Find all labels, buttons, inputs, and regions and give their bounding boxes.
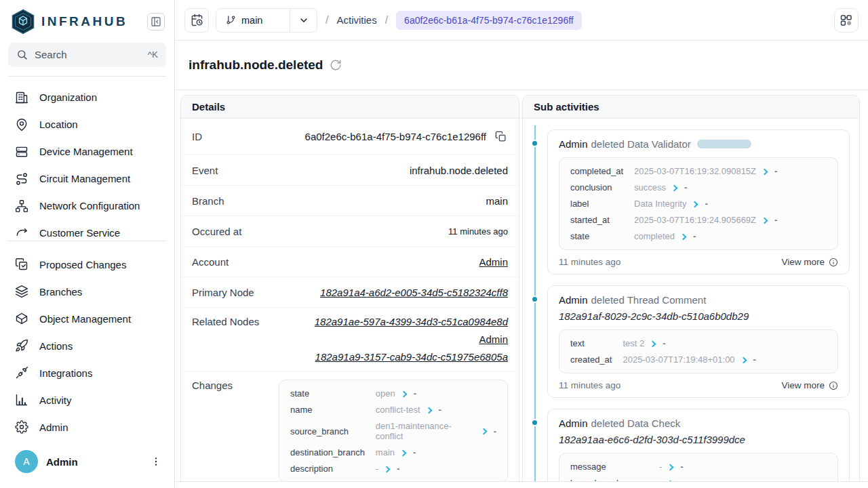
field-value: open- xyxy=(376,388,496,399)
activity-item: Admin deleted Thread Comment 182a91af-80… xyxy=(547,285,850,398)
user-menu-button[interactable] xyxy=(149,454,163,469)
chevron-down-icon xyxy=(298,15,309,26)
sidebar-item-branches[interactable]: Branches xyxy=(0,278,174,305)
activity-action: deleted Thread Comment xyxy=(591,294,707,306)
sub-activities-header: Sub activities xyxy=(523,96,859,119)
sidebar-item-circuit-management[interactable]: Circuit Management xyxy=(0,165,174,192)
breadcrumb-separator: / xyxy=(326,14,328,26)
primary-node-link[interactable]: 182a91a4-a6d2-e005-34d5-c5182324cff8 xyxy=(320,287,508,298)
detail-row-changes: Changes state open- name conflict-test- … xyxy=(181,371,519,481)
activity-fields-box: text test 2- created_at 2025-03-07T17:19… xyxy=(559,329,838,373)
activity-node-id: 182a91af-8029-2c9c-34db-c510a6b0db29 xyxy=(559,310,838,322)
sidebar-collapse-button[interactable] xyxy=(147,13,165,30)
graph-view-button[interactable] xyxy=(834,8,859,33)
field-value: success- xyxy=(634,182,827,192)
field-key: source_branch xyxy=(290,426,365,436)
chevron-right-icon xyxy=(692,201,698,207)
sidebar-item-label: Organization xyxy=(39,92,97,103)
detail-label: Changes xyxy=(192,380,233,391)
breadcrumb-activities-link[interactable]: Activities xyxy=(336,14,376,26)
chevron-right-icon xyxy=(427,407,433,413)
sidebar-item-customer-service[interactable]: Customer Service xyxy=(0,220,174,241)
detail-label: Primary Node xyxy=(192,287,254,298)
related-node-link[interactable]: 182a91a9-3157-cab9-34dc-c51975e6805a xyxy=(315,351,508,363)
field-key: text xyxy=(570,338,612,348)
infrahub-logo-icon xyxy=(11,9,35,35)
account-link[interactable]: Admin xyxy=(479,256,508,268)
cube-icon xyxy=(15,312,28,325)
detail-label: Occured at xyxy=(192,226,241,237)
detail-value-event: infrahub.node.deleted xyxy=(410,165,508,176)
related-node-link[interactable]: 182a91ae-597a-4399-34d3-c51ca0984e8d xyxy=(315,316,508,327)
detail-value-id: 6a0f2e6c-b61a-4f75-b974-c76c1e1296ff xyxy=(305,131,486,142)
activity-card: Admin deleted Data Validator completed_a… xyxy=(547,129,850,274)
related-node-link[interactable]: Admin xyxy=(479,333,508,345)
activity-timestamp: 11 minutes ago xyxy=(559,257,620,267)
layers-icon xyxy=(15,285,28,298)
activity-footer: 11 minutes ago View more xyxy=(559,257,838,267)
branch-selector-value: main xyxy=(216,9,290,32)
sidebar-item-label: Circuit Management xyxy=(39,173,130,184)
breadcrumb-activity-id[interactable]: 6a0f2e6c-b61a-4f75-b974-c76c1e1296ff xyxy=(396,11,582,30)
chevron-right-icon xyxy=(762,217,768,223)
copy-id-button[interactable] xyxy=(493,129,508,144)
sidebar-item-admin[interactable]: Admin xyxy=(0,413,174,441)
sidebar-item-organization[interactable]: Organization xyxy=(0,84,174,111)
refresh-button[interactable] xyxy=(330,59,342,71)
timeline-line xyxy=(534,125,536,481)
detail-label: Branch xyxy=(192,195,224,207)
activity-fields-box: message -- keep_branch -- enriched_confl… xyxy=(559,453,838,481)
branch-name: main xyxy=(241,15,262,26)
sidebar-item-network-configuration[interactable]: Network Configuration xyxy=(0,192,174,220)
sidebar-item-label: Device Management xyxy=(39,146,133,157)
chevron-right-icon xyxy=(650,340,656,346)
branch-selector[interactable]: main xyxy=(216,8,317,33)
activity-actor: Admin xyxy=(559,418,588,429)
timeline-dot xyxy=(531,419,538,426)
info-icon xyxy=(829,258,838,267)
search-placeholder: Search xyxy=(35,49,67,60)
detail-row-event: Event infrahub.node.deleted xyxy=(181,155,519,186)
chevron-right-icon xyxy=(384,466,391,472)
field-key: message xyxy=(570,462,648,472)
sidebar-item-activity[interactable]: Activity xyxy=(0,386,174,413)
page-title: infrahub.node.deleted xyxy=(189,58,323,73)
changes-box: state open- name conflict-test- source_b… xyxy=(279,380,508,481)
sidebar-item-location[interactable]: Location xyxy=(0,111,174,138)
view-more-button[interactable]: View more xyxy=(781,257,838,267)
activity-card: Admin deleted Data Check 182a91aa-e6c6-d… xyxy=(547,409,850,481)
map-pin-icon xyxy=(15,118,28,131)
time-travel-button[interactable] xyxy=(184,8,209,33)
branch-selector-caret[interactable] xyxy=(290,9,317,32)
info-icon xyxy=(829,381,838,390)
field-value: -- xyxy=(659,462,827,472)
sidebar-item-integrations[interactable]: Integrations xyxy=(0,359,174,386)
git-branch-icon xyxy=(226,15,236,25)
field-value: test 2- xyxy=(623,338,827,348)
view-more-button[interactable]: View more xyxy=(781,380,838,390)
activity-node-id: 182a91aa-e6c6-d2fd-303d-c511f3999dce xyxy=(559,434,838,445)
chevron-right-icon xyxy=(401,449,407,455)
sidebar-item-object-management[interactable]: Object Management xyxy=(0,305,174,332)
field-key: state xyxy=(570,231,623,241)
activity-action: deleted Data Validator xyxy=(591,138,691,150)
sidebar-item-label: Network Configuration xyxy=(39,200,140,211)
sidebar-item-proposed-changes[interactable]: Proposed Changes xyxy=(0,251,174,278)
plug-icon xyxy=(15,366,28,380)
topbar: main / Activities / 6a0f2e6c-b61a-4f75-b… xyxy=(175,0,868,41)
sidebar-item-actions[interactable]: Actions xyxy=(0,332,174,359)
detail-value-branch: main xyxy=(486,195,508,207)
sidebar-item-label: Customer Service xyxy=(39,227,120,239)
chevron-right-icon xyxy=(668,464,674,470)
avatar: A xyxy=(15,450,38,473)
chevron-right-icon xyxy=(401,390,408,396)
workflow-graph-icon xyxy=(840,14,853,27)
search-icon xyxy=(16,49,28,60)
activity-title: Admin deleted Data Validator xyxy=(559,138,838,150)
detail-row-occured-at: Occured at 11 minutes ago xyxy=(181,216,519,247)
search-input[interactable]: Search ^K xyxy=(8,43,166,67)
sidebar-item-device-management[interactable]: Device Management xyxy=(0,138,174,165)
field-key: description xyxy=(290,464,365,474)
sidebar-item-label: Actions xyxy=(39,340,73,352)
timeline-dot xyxy=(531,140,538,147)
